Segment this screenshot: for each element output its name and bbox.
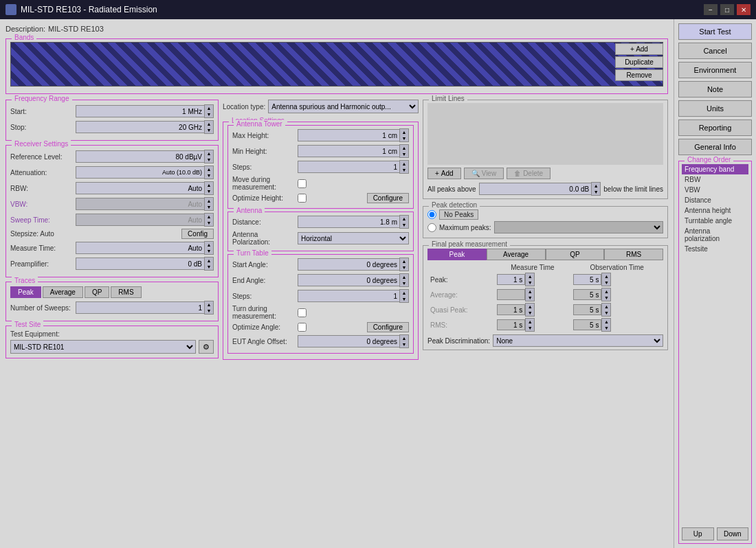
attenuation-up[interactable]: ▲ (205, 166, 213, 172)
max-height-down[interactable]: ▼ (400, 135, 408, 141)
stop-input[interactable] (76, 121, 204, 133)
sweep-time-down[interactable]: ▼ (205, 220, 213, 226)
rms-measure-time-input[interactable] (497, 319, 525, 330)
qp-measure-time-input[interactable] (497, 304, 525, 315)
location-type-select[interactable]: Antenna spurious and Harmonic outp... (268, 100, 419, 113)
rbw-down[interactable]: ▼ (205, 188, 213, 194)
rot-down[interactable]: ▼ (602, 325, 610, 331)
eut-angle-down[interactable]: ▼ (400, 341, 408, 347)
no-peaks-radio[interactable] (427, 210, 436, 219)
stop-down[interactable]: ▼ (205, 127, 213, 133)
bands-add-button[interactable]: + Add (615, 43, 663, 55)
attenuation-down[interactable]: ▼ (205, 172, 213, 179)
start-input[interactable] (76, 105, 204, 117)
attenuation-input[interactable] (76, 166, 204, 179)
end-angle-up[interactable]: ▲ (400, 274, 408, 280)
environment-button[interactable]: Environment (678, 62, 752, 78)
measure-time-input[interactable] (76, 242, 204, 254)
at-steps-input[interactable] (298, 161, 399, 173)
units-button[interactable]: Units (678, 100, 752, 117)
sweep-time-input[interactable] (76, 214, 204, 226)
ref-level-up[interactable]: ▲ (205, 150, 213, 157)
peak-discrimination-select[interactable]: None (493, 334, 663, 347)
start-angle-down[interactable]: ▼ (400, 264, 408, 271)
eut-angle-input[interactable] (298, 335, 399, 347)
reporting-button[interactable]: Reporting (678, 119, 752, 136)
start-down[interactable]: ▼ (205, 111, 213, 117)
fp-tab-qp[interactable]: QP (546, 249, 605, 260)
sweep-time-up[interactable]: ▲ (205, 214, 213, 220)
pot-up[interactable]: ▲ (602, 273, 610, 279)
min-height-down[interactable]: ▼ (400, 151, 408, 157)
ll-delete-button[interactable]: 🗑 Delete (507, 168, 551, 179)
measure-time-down[interactable]: ▼ (205, 248, 213, 254)
pot-down[interactable]: ▼ (602, 279, 610, 286)
amt-down[interactable]: ▼ (526, 295, 534, 301)
at-steps-up[interactable]: ▲ (400, 161, 408, 167)
distance-down[interactable]: ▼ (400, 222, 408, 228)
fp-tab-peak[interactable]: Peak (427, 249, 487, 260)
optimize-height-configure-btn[interactable]: Configure (367, 193, 409, 203)
aot-up[interactable]: ▲ (602, 288, 610, 295)
tt-steps-down[interactable]: ▼ (400, 296, 408, 302)
end-angle-down[interactable]: ▼ (400, 280, 408, 286)
note-button[interactable]: Note (678, 81, 752, 98)
fp-tab-average[interactable]: Average (487, 249, 546, 260)
fp-tab-rms[interactable]: RMS (604, 249, 663, 260)
peaks-above-down[interactable]: ▼ (592, 189, 600, 195)
cancel-button[interactable]: Cancel (678, 43, 752, 59)
vbw-input[interactable] (76, 198, 204, 210)
preamplifier-down[interactable]: ▼ (205, 264, 213, 270)
rms-obs-time-input[interactable] (573, 319, 601, 330)
co-item-vbw[interactable]: VBW (682, 185, 748, 195)
turn-during-checkbox[interactable] (298, 308, 307, 317)
optimize-angle-configure-btn[interactable]: Configure (367, 322, 409, 332)
rot-up[interactable]: ▲ (602, 319, 610, 325)
start-up[interactable]: ▲ (205, 105, 213, 111)
eut-angle-up[interactable]: ▲ (400, 335, 408, 341)
qmt-up[interactable]: ▲ (526, 304, 534, 310)
start-angle-up[interactable]: ▲ (400, 258, 408, 264)
peak-obs-time-input[interactable] (573, 274, 601, 285)
min-height-up[interactable]: ▲ (400, 145, 408, 151)
stepsize-config-button[interactable]: Config (181, 229, 214, 239)
trace-tab-average[interactable]: Average (43, 286, 83, 298)
distance-input[interactable] (298, 216, 399, 228)
max-height-input[interactable] (298, 129, 399, 141)
tt-steps-up[interactable]: ▲ (400, 290, 408, 296)
min-height-input[interactable] (298, 145, 399, 157)
measure-time-up[interactable]: ▲ (205, 242, 213, 248)
at-steps-down[interactable]: ▼ (400, 167, 408, 173)
close-button[interactable]: ✕ (737, 4, 751, 15)
co-item-antenna-height[interactable]: Antenna height (682, 205, 748, 216)
qot-down[interactable]: ▼ (602, 310, 610, 316)
num-sweeps-up[interactable]: ▲ (205, 301, 213, 308)
bands-remove-button[interactable]: Remove (615, 69, 663, 81)
pmt-down[interactable]: ▼ (526, 279, 534, 286)
peaks-above-input[interactable] (479, 183, 592, 195)
ref-level-input[interactable] (76, 150, 204, 163)
preamplifier-input[interactable] (76, 258, 204, 270)
pmt-up[interactable]: ▲ (526, 273, 534, 279)
up-button[interactable]: Up (682, 527, 714, 540)
avg-obs-time-input[interactable] (573, 289, 601, 300)
vbw-up[interactable]: ▲ (205, 198, 213, 204)
aot-down[interactable]: ▼ (602, 295, 610, 301)
optimize-angle-checkbox[interactable] (298, 323, 307, 332)
peak-measure-time-input[interactable] (497, 274, 525, 285)
peaks-above-up[interactable]: ▲ (592, 183, 600, 189)
ll-add-button[interactable]: + + Add Add (427, 168, 461, 179)
minimize-button[interactable]: − (704, 4, 718, 15)
start-angle-input[interactable] (298, 258, 399, 271)
rmt-up[interactable]: ▲ (526, 319, 534, 325)
polarization-select[interactable]: Horizontal (298, 232, 409, 244)
max-peaks-radio[interactable] (427, 223, 436, 232)
optimize-height-checkbox[interactable] (298, 194, 307, 203)
distance-up[interactable]: ▲ (400, 216, 408, 222)
avg-measure-time-input[interactable] (497, 289, 525, 300)
vbw-down[interactable]: ▼ (205, 204, 213, 210)
max-peaks-select[interactable] (494, 221, 663, 233)
rbw-up[interactable]: ▲ (205, 182, 213, 188)
down-button[interactable]: Down (717, 527, 749, 540)
qot-up[interactable]: ▲ (602, 304, 610, 310)
